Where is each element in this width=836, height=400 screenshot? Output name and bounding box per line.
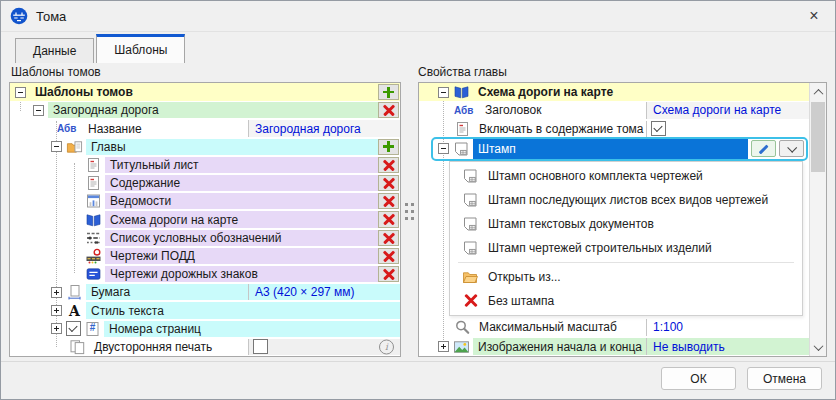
map-book-icon <box>453 84 470 100</box>
delete-icon <box>383 104 395 116</box>
menu-item-subsequent-sheets-stamp[interactable]: Штамп последующих листов всех видов черт… <box>450 188 802 212</box>
name-value-field[interactable]: Загородная дорога <box>248 120 400 136</box>
start-end-images-value-field[interactable]: Не выводить <box>646 338 809 355</box>
window-title: Тома <box>36 9 66 24</box>
chapters-folder-icon <box>66 139 83 155</box>
collapse-icon[interactable] <box>33 105 44 116</box>
scroll-down-button[interactable] <box>810 339 826 355</box>
page-number-icon: # <box>84 321 101 337</box>
page-numbers-checkbox[interactable] <box>66 321 81 336</box>
row-label: Список условных обозначений <box>105 230 378 246</box>
add-chapter-button[interactable] <box>378 139 399 155</box>
tab-templates[interactable]: Шаблоны <box>96 34 185 63</box>
text-abc-icon: Абв <box>454 105 478 116</box>
row-road-map-scheme[interactable]: Схема дороги на карте <box>10 210 400 228</box>
scroll-up-button[interactable] <box>810 84 826 100</box>
menu-item-label: Штамп текстовых документов <box>488 217 654 231</box>
delete-chapter-button[interactable] <box>378 266 399 282</box>
row-podd-drawings[interactable]: Чертежи ПОДД <box>10 247 400 265</box>
menu-item-open-from[interactable]: Открыть из... <box>450 265 802 289</box>
volume-templates-tree: Шаблоны томов Загородная дорога Абв Назв… <box>9 82 401 357</box>
menu-item-label: Штамп основного комплекта чертежей <box>488 169 703 183</box>
title-bar: Тома × <box>1 1 835 32</box>
heading-value-field[interactable]: Схема дороги на карте <box>646 102 809 118</box>
delete-chapter-button[interactable] <box>378 248 399 264</box>
row-label: Титульный лист <box>105 157 378 173</box>
collapse-icon[interactable] <box>51 141 62 152</box>
scrollbar[interactable] <box>809 83 826 356</box>
row-page-numbers[interactable]: # Номера страниц <box>10 320 400 338</box>
row-road-signs-drawings[interactable]: Чертежи дорожных знаков <box>10 265 400 283</box>
pencil-icon <box>759 144 769 154</box>
paper-value-field[interactable]: А3 (420 × 297 мм) <box>248 284 400 300</box>
menu-item-main-set-stamp[interactable]: Штамп основного комплекта чертежей <box>450 164 802 188</box>
menu-separator <box>458 262 794 263</box>
add-template-button[interactable] <box>378 84 399 100</box>
info-icon: i <box>379 339 394 354</box>
row-stamp[interactable]: Штамп <box>419 138 809 160</box>
menu-item-no-stamp[interactable]: Без штампа <box>450 289 802 313</box>
row-volume-templates[interactable]: Шаблоны томов <box>10 83 400 101</box>
row-label: Ведомости <box>105 193 378 209</box>
delete-icon <box>383 214 395 226</box>
row-contents[interactable]: Содержание <box>10 174 400 192</box>
row-max-scale[interactable]: Максимальный масштаб 1:100 <box>419 318 809 338</box>
collapse-icon[interactable] <box>438 143 449 154</box>
row-text-style[interactable]: A Стиль текста <box>10 301 400 319</box>
row-suburban-road[interactable]: Загородная дорога <box>10 101 400 119</box>
row-label: Содержание <box>105 175 378 191</box>
row-label: Шаблоны томов <box>30 84 378 100</box>
delete-template-button[interactable] <box>378 102 399 118</box>
row-start-end-images[interactable]: Изображения начала и конца Не выводить <box>419 337 809 356</box>
right-panel-caption: Свойства главы <box>418 65 507 79</box>
row-heading[interactable]: Абв Заголовок Схема дороги на карте <box>419 101 809 119</box>
panel-splitter[interactable] <box>405 203 415 222</box>
expand-icon[interactable] <box>51 305 62 316</box>
expand-icon[interactable] <box>438 341 449 352</box>
delete-chapter-button[interactable] <box>378 157 399 173</box>
stamp-dropdown-button[interactable] <box>779 140 804 157</box>
row-name[interactable]: Абв Название Загородная дорога <box>10 119 400 137</box>
blue-sign-icon <box>85 266 102 282</box>
expand-icon[interactable] <box>51 323 62 334</box>
left-panel-caption: Шаблоны томов <box>11 65 101 79</box>
font-letter-icon: A <box>66 303 83 319</box>
include-toc-checkbox[interactable] <box>651 121 666 136</box>
row-label: Чертежи дорожных знаков <box>105 266 378 282</box>
row-chapters[interactable]: Главы <box>10 138 400 156</box>
collapse-icon[interactable] <box>438 87 449 98</box>
row-label: Стиль текста <box>86 302 400 318</box>
max-scale-value-field[interactable]: 1:100 <box>646 319 809 337</box>
row-paper[interactable]: Бумага А3 (420 × 297 мм) <box>10 283 400 301</box>
delete-icon <box>383 195 395 207</box>
row-duplex-print[interactable]: Двусторонняя печать i <box>10 338 400 356</box>
ok-button[interactable]: ОК <box>661 367 736 390</box>
row-include-in-toc[interactable]: Включать в содержание тома <box>419 120 809 138</box>
plus-icon <box>383 87 394 98</box>
row-label: Чертежи ПОДД <box>105 248 378 264</box>
row-statements[interactable]: Ведомости <box>10 192 400 210</box>
image-icon <box>453 339 470 355</box>
menu-item-construction-products-stamp[interactable]: Штамп чертежей строительных изделий <box>450 236 802 260</box>
delete-chapter-button[interactable] <box>378 193 399 209</box>
row-title-sheet[interactable]: Титульный лист <box>10 156 400 174</box>
delete-icon <box>383 232 395 244</box>
scrollbar-thumb[interactable] <box>811 102 825 172</box>
row-label: Схема дороги на карте <box>473 84 809 100</box>
duplex-checkbox[interactable] <box>253 339 268 354</box>
collapse-icon[interactable] <box>15 87 26 98</box>
duplex-value-area: i <box>248 339 400 355</box>
chapter-properties-tree: Схема дороги на карте Абв Заголовок Схем… <box>418 82 827 357</box>
row-chapter-header[interactable]: Схема дороги на карте <box>419 83 809 101</box>
close-icon[interactable]: × <box>793 1 835 31</box>
edit-stamp-button[interactable] <box>751 140 776 157</box>
row-symbols-list[interactable]: Список условных обозначений <box>10 229 400 247</box>
tab-data[interactable]: Данные <box>15 38 94 63</box>
cancel-button[interactable]: Отмена <box>747 367 822 390</box>
delete-chapter-button[interactable] <box>378 230 399 246</box>
delete-chapter-button[interactable] <box>378 175 399 191</box>
expand-icon[interactable] <box>51 287 62 298</box>
row-label: Загородная дорога <box>48 102 378 118</box>
delete-chapter-button[interactable] <box>378 211 399 227</box>
menu-item-text-documents-stamp[interactable]: Штамп текстовых документов <box>450 212 802 236</box>
